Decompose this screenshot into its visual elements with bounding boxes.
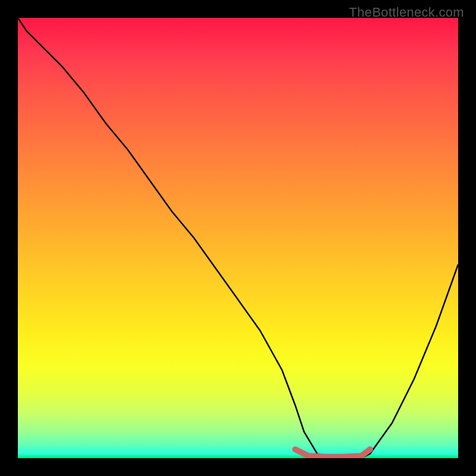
ideal-band-path (295, 449, 370, 457)
watermark-text: TheBottleneck.com (349, 5, 464, 20)
bottleneck-curve-path (18, 18, 458, 458)
chart-container: TheBottleneck.com (0, 0, 476, 476)
curve-svg (18, 18, 458, 458)
plot-area (18, 18, 458, 458)
